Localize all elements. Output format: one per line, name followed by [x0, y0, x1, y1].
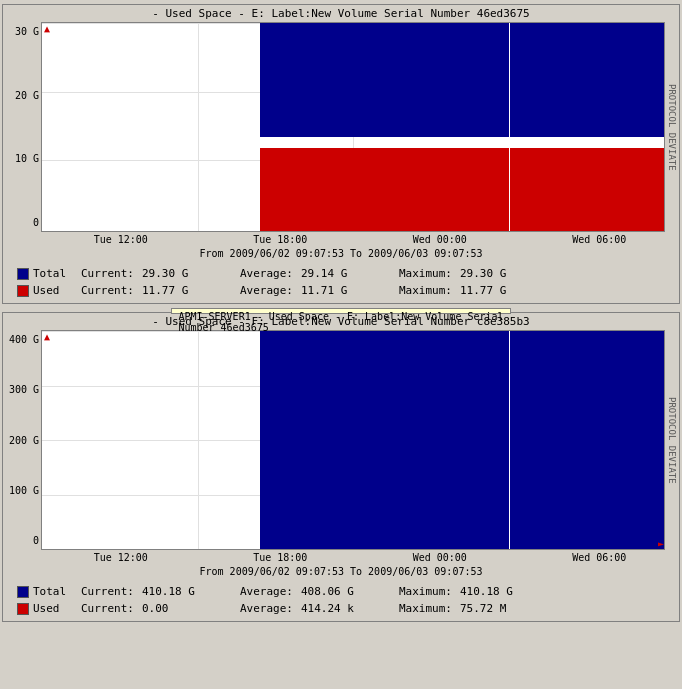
- legend-current-label-total: Current:: [81, 266, 134, 283]
- legend-avg-label-used-2: Average:: [240, 601, 293, 618]
- x-arrow-2: ►: [658, 538, 664, 549]
- x-label-tue12: Tue 12:00: [94, 234, 148, 245]
- legend-avg-val-used: 11.71 G: [301, 283, 391, 300]
- panel-2-x-axis: Tue 12:00 Tue 18:00 Wed 00:00 Wed 06:00: [3, 550, 679, 565]
- x-label-tue12-2: Tue 12:00: [94, 552, 148, 563]
- y-label-300g: 300 G: [9, 384, 39, 395]
- separator-line-2: [509, 331, 510, 549]
- bar-total: [260, 23, 664, 137]
- panel-2-y-axis: 400 G 300 G 200 G 100 G 0: [3, 330, 41, 550]
- panel-1-chart: ▲ ►: [41, 22, 665, 232]
- y-label-0-2: 0: [33, 535, 39, 546]
- y-label-10g: 10 G: [15, 153, 39, 164]
- legend-avg-label-total-2: Average:: [240, 584, 293, 601]
- legend-avg-val-total-2: 408.06 G: [301, 584, 391, 601]
- legend-max-label-used: Maximum:: [399, 283, 452, 300]
- panel-1-date-range: From 2009/06/02 09:07:53 To 2009/06/03 0…: [3, 247, 679, 262]
- panel-1-legend: Total Current: 29.30 G Average: 29.14 G …: [3, 262, 679, 303]
- legend-max-label-total: Maximum:: [399, 266, 452, 283]
- y-label-100g: 100 G: [9, 485, 39, 496]
- x-label-wed00: Wed 00:00: [413, 234, 467, 245]
- legend-max-val-total-2: 410.18 G: [460, 584, 513, 601]
- x-label-tue18-2: Tue 18:00: [253, 552, 307, 563]
- panel-1-right-label: PROTOCOL DEVIATE: [665, 22, 679, 232]
- legend-color-total-2: [17, 586, 29, 598]
- legend-max-label-used-2: Maximum:: [399, 601, 452, 618]
- x-label-wed00-2: Wed 00:00: [413, 552, 467, 563]
- legend-current-label-used: Current:: [81, 283, 134, 300]
- legend-avg-val-used-2: 414.24 k: [301, 601, 391, 618]
- legend-row-used: Used Current: 11.77 G Average: 11.71 G M…: [17, 283, 671, 300]
- panel-2-date-range: From 2009/06/02 09:07:53 To 2009/06/03 0…: [3, 565, 679, 580]
- legend-row-total: Total Current: 29.30 G Average: 29.14 G …: [17, 266, 671, 283]
- panel-2-right-label: PROTOCOL DEVIATE: [665, 330, 679, 550]
- legend-color-used-2: [17, 603, 29, 615]
- bar-used: [260, 148, 664, 231]
- legend-text-total-2: Total Current: 410.18 G Average: 408.06 …: [33, 584, 513, 601]
- panel-1-title: - Used Space - E: Label:New Volume Seria…: [3, 5, 679, 22]
- legend-current-val-total-2: 410.18 G: [142, 584, 232, 601]
- y-arrow: ▲: [44, 23, 50, 34]
- panel-1-x-axis: Tue 12:00 Tue 18:00 Wed 00:00 Wed 06:00: [3, 232, 679, 247]
- y-label-0: 0: [33, 217, 39, 228]
- legend-label-total: Total: [33, 266, 73, 283]
- separator-line: [509, 23, 510, 231]
- legend-color-used: [17, 285, 29, 297]
- x-label-tue18: Tue 18:00: [253, 234, 307, 245]
- legend-max-val-total: 29.30 G: [460, 266, 506, 283]
- panel-2-legend: Total Current: 410.18 G Average: 408.06 …: [3, 580, 679, 621]
- panel-1-chart-wrapper: 30 G 20 G 10 G 0 ▲ ►: [3, 22, 679, 232]
- y-label-400g: 400 G: [9, 334, 39, 345]
- panel-2-chart-wrapper: 400 G 300 G 200 G 100 G 0 ▲ ►: [3, 330, 679, 550]
- legend-label-total-2: Total: [33, 584, 73, 601]
- legend-max-val-used: 11.77 G: [460, 283, 506, 300]
- legend-color-total: [17, 268, 29, 280]
- legend-label-used: Used: [33, 283, 73, 300]
- legend-text-used-2: Used Current: 0.00 Average: 414.24 k Max…: [33, 601, 506, 618]
- x-label-wed06: Wed 06:00: [572, 234, 626, 245]
- legend-avg-label-used: Average:: [240, 283, 293, 300]
- legend-current-val-used: 11.77 G: [142, 283, 232, 300]
- x-arrow: ►: [658, 220, 664, 231]
- panel-1-y-axis: 30 G 20 G 10 G 0: [3, 22, 41, 232]
- tooltip-line2: Number 46ed3675: [178, 322, 503, 333]
- legend-text-used: Used Current: 11.77 G Average: 11.71 G M…: [33, 283, 506, 300]
- legend-current-label-used-2: Current:: [81, 601, 134, 618]
- legend-current-val-total: 29.30 G: [142, 266, 232, 283]
- bar-total-2: [260, 331, 664, 549]
- tooltip: APMI-SERVER1 - Used Space - E: Label:New…: [171, 308, 510, 314]
- legend-max-val-used-2: 75.72 M: [460, 601, 506, 618]
- y-label-200g: 200 G: [9, 435, 39, 446]
- panel-1: - Used Space - E: Label:New Volume Seria…: [2, 4, 680, 304]
- panel-2-chart: ▲ ►: [41, 330, 665, 550]
- legend-avg-val-total: 29.14 G: [301, 266, 391, 283]
- y-arrow-2: ▲: [44, 331, 50, 342]
- x-label-wed06-2: Wed 06:00: [572, 552, 626, 563]
- y-label-30g: 30 G: [15, 26, 39, 37]
- legend-current-label-total-2: Current:: [81, 584, 134, 601]
- legend-current-val-used-2: 0.00: [142, 601, 232, 618]
- legend-row-used-2: Used Current: 0.00 Average: 414.24 k Max…: [17, 601, 671, 618]
- legend-text-total: Total Current: 29.30 G Average: 29.14 G …: [33, 266, 506, 283]
- panel-2: - Used Space - F: Label:New Volume Seria…: [2, 312, 680, 622]
- legend-label-used-2: Used: [33, 601, 73, 618]
- tooltip-line1: APMI-SERVER1 - Used Space - E: Label:New…: [178, 311, 503, 322]
- legend-row-total-2: Total Current: 410.18 G Average: 408.06 …: [17, 584, 671, 601]
- legend-avg-label-total: Average:: [240, 266, 293, 283]
- legend-max-label-total-2: Maximum:: [399, 584, 452, 601]
- y-label-20g: 20 G: [15, 90, 39, 101]
